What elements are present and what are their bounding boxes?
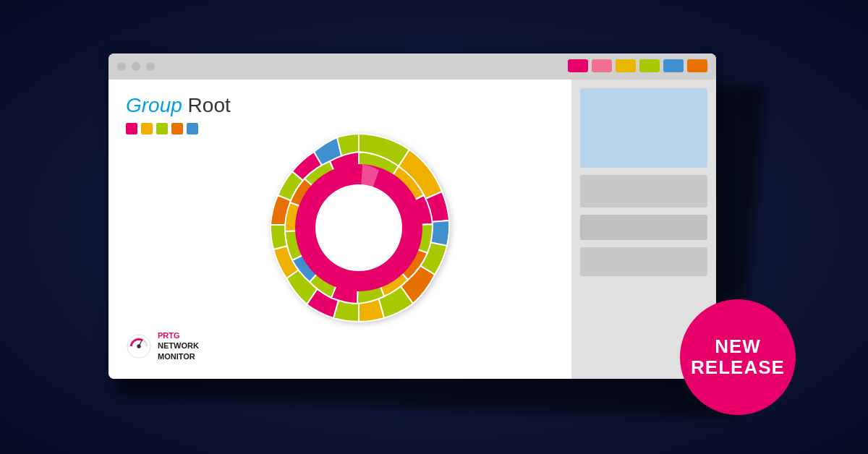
page-title: Group Root (126, 94, 554, 117)
title-group: Group (126, 94, 182, 116)
donut-chart (250, 119, 467, 339)
tab-red[interactable] (568, 59, 588, 72)
prtg-label: PRTG (158, 331, 180, 340)
browser-window: Group Root (109, 53, 716, 379)
browser-bar (109, 53, 716, 80)
legend-dot-green (156, 123, 168, 134)
donut-svg (250, 119, 467, 336)
browser-content: Group Root (109, 80, 716, 379)
scene: Group Root (109, 53, 760, 401)
prtg-monitor-line: MONITOR (158, 351, 199, 361)
browser-dot-1 (117, 62, 126, 71)
sidebar-gray-block-3 (580, 247, 707, 276)
header-color-tabs (568, 59, 707, 72)
legend-dot-orange (171, 123, 183, 134)
prtg-logo: PRTG NETWORK MONITOR (126, 330, 199, 361)
tab-yellow[interactable] (616, 59, 636, 72)
tab-green[interactable] (639, 59, 660, 72)
new-release-badge: NEW RELEASE (680, 299, 796, 415)
prtg-brand-line: PRTG (158, 330, 199, 340)
tab-orange[interactable] (687, 59, 707, 72)
prtg-network-line: NETWORK (158, 340, 199, 351)
legend-dot-blue (187, 123, 198, 134)
title-root: Root (182, 94, 231, 116)
sidebar-blue-block (580, 88, 707, 168)
badge-line1: NEW (715, 336, 761, 357)
sidebar-gray-block-1 (580, 175, 707, 207)
browser-dot-3 (146, 62, 155, 71)
prtg-gauge-icon (126, 333, 152, 359)
sidebar-gray-block-2 (580, 215, 707, 240)
main-panel: Group Root (109, 80, 571, 379)
legend-dot-red (126, 123, 137, 134)
prtg-text-block: PRTG NETWORK MONITOR (158, 330, 199, 361)
badge-line2: RELEASE (691, 357, 785, 378)
browser-dot-2 (132, 62, 140, 71)
tab-blue[interactable] (663, 59, 684, 72)
tab-pink[interactable] (592, 59, 612, 72)
legend-dot-yellow (141, 123, 153, 134)
